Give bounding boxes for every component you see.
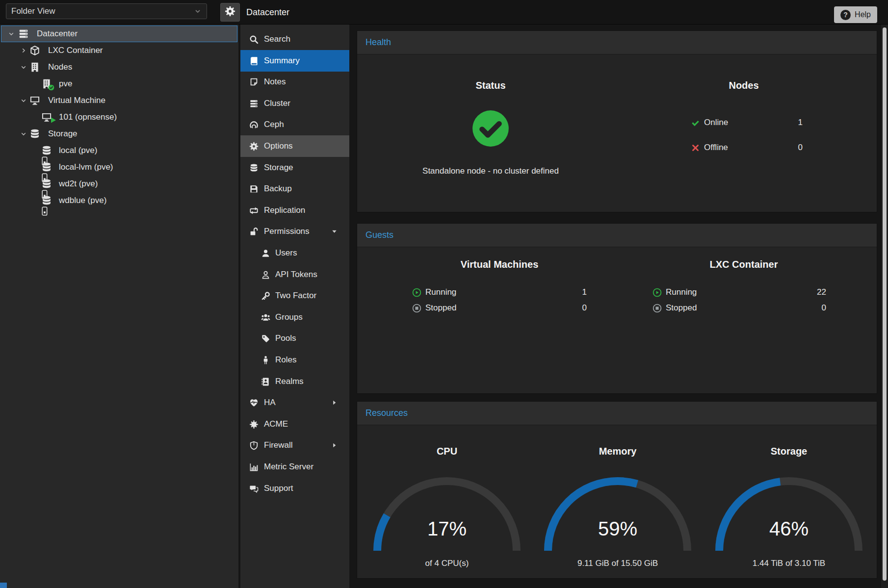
gauge-title: Memory bbox=[544, 446, 691, 457]
tree-item-wdblue-pve[interactable]: wdblue (pve) bbox=[1, 192, 237, 209]
tree-item-storage[interactable]: Storage bbox=[1, 126, 237, 142]
menu-item-notes[interactable]: Notes bbox=[240, 71, 349, 93]
cross-icon bbox=[691, 143, 700, 153]
resources-panel-title: Resources bbox=[366, 408, 408, 418]
menu-item-realms[interactable]: Realms bbox=[240, 371, 349, 392]
help-button[interactable]: ? Help bbox=[834, 6, 877, 23]
guest-status-value: 0 bbox=[822, 303, 826, 313]
guest-status-row-lxc-container-running: Running22 bbox=[653, 287, 826, 297]
search-icon bbox=[248, 34, 259, 44]
expand-chevron-icon[interactable] bbox=[20, 47, 27, 54]
guest-status-label: Running bbox=[666, 287, 697, 297]
gauge-arc bbox=[544, 477, 691, 555]
menu-item-api-tokens[interactable]: API Tokens bbox=[240, 264, 349, 285]
menu-item-permissions[interactable]: Permissions bbox=[240, 221, 349, 242]
menu-item-acme[interactable]: ACME bbox=[240, 413, 349, 435]
tree-item-lxc-container[interactable]: LXC Container bbox=[1, 42, 237, 59]
menu-item-metric-server[interactable]: Metric Server bbox=[240, 456, 349, 478]
tree-item-local-pve[interactable]: local (pve) bbox=[1, 142, 237, 159]
menu-item-replication[interactable]: Replication bbox=[240, 200, 349, 221]
bottom-left-accent bbox=[0, 583, 7, 588]
database-icon bbox=[29, 128, 44, 139]
menu-item-label: Two Factor bbox=[275, 291, 316, 301]
menu-item-label: HA bbox=[264, 398, 276, 408]
menu-item-roles[interactable]: Roles bbox=[240, 349, 349, 371]
tree-item-label: 101 (opnsense) bbox=[59, 112, 117, 122]
menu-item-cluster[interactable]: Cluster bbox=[240, 93, 349, 114]
menu-item-options[interactable]: Options bbox=[240, 135, 349, 157]
gear-icon bbox=[248, 141, 259, 151]
menu-item-search[interactable]: Search bbox=[240, 28, 349, 50]
menu-item-support[interactable]: Support bbox=[240, 478, 349, 499]
chart-icon bbox=[248, 462, 259, 472]
health-panel-body: Status Standalone node - no cluster defi… bbox=[357, 54, 877, 212]
guest-status-value: 0 bbox=[582, 303, 587, 313]
desktop-icon bbox=[29, 95, 44, 106]
menu-item-ceph[interactable]: Ceph bbox=[240, 114, 349, 135]
menu-item-summary[interactable]: Summary bbox=[240, 50, 349, 72]
collapse-chevron-icon[interactable] bbox=[20, 97, 27, 104]
resources-panel-header: Resources bbox=[357, 402, 877, 425]
menu-item-label: Notes bbox=[264, 77, 286, 87]
menu-item-groups[interactable]: Groups bbox=[240, 307, 349, 328]
gauge-memory: Memory59%9.11 GiB of 15.50 GiB bbox=[544, 425, 691, 579]
menu-item-pools[interactable]: Pools bbox=[240, 328, 349, 349]
menu-item-label: Realms bbox=[275, 377, 304, 386]
menu-panel-title: Datacenter bbox=[246, 0, 289, 25]
status-column-title: Status bbox=[392, 80, 589, 91]
datacenter-menu: SearchSummaryNotesClusterCephOptionsStor… bbox=[240, 25, 349, 588]
status-ok-icon bbox=[470, 108, 511, 149]
menu-item-storage[interactable]: Storage bbox=[240, 157, 349, 179]
gear-icon bbox=[225, 6, 235, 19]
guests-panel: Guests Virtual MachinesRunning1Stopped0L… bbox=[357, 223, 877, 394]
menu-item-label: Support bbox=[264, 484, 293, 493]
gauge-detail: 9.11 GiB of 15.50 GiB bbox=[544, 559, 691, 568]
storage-drive-icon bbox=[41, 162, 56, 173]
tree-item-local-lvm-pve[interactable]: local-lvm (pve) bbox=[1, 159, 237, 176]
tree-item-101-opnsense[interactable]: 101 (opnsense) bbox=[1, 109, 237, 126]
collapse-chevron-icon[interactable] bbox=[20, 63, 27, 71]
unlock-icon bbox=[248, 227, 259, 236]
arrow-right-icon bbox=[331, 442, 340, 449]
menu-item-label: Storage bbox=[264, 163, 293, 173]
view-selector[interactable]: Folder View bbox=[6, 3, 207, 19]
tree-item-datacenter[interactable]: Datacenter bbox=[1, 26, 237, 42]
tree-item-label: local (pve) bbox=[59, 146, 97, 155]
menu-item-label: Roles bbox=[275, 355, 296, 365]
cube-icon bbox=[29, 45, 44, 56]
menu-item-firewall[interactable]: Firewall bbox=[240, 435, 349, 456]
tree-item-label: Datacenter bbox=[37, 29, 78, 39]
collapse-chevron-icon[interactable] bbox=[20, 130, 27, 138]
menu-item-users[interactable]: Users bbox=[240, 242, 349, 264]
tree-item-wd2t-pve[interactable]: wd2t (pve) bbox=[1, 176, 237, 192]
gauge-title: Storage bbox=[715, 446, 862, 457]
tag-icon bbox=[260, 333, 271, 343]
menu-item-label: Metric Server bbox=[264, 462, 313, 472]
tree-item-pve[interactable]: pve bbox=[1, 76, 237, 92]
tree-item-label: wd2t (pve) bbox=[59, 179, 98, 189]
menu-item-label: Replication bbox=[264, 205, 305, 215]
scrollbar-thumb[interactable] bbox=[883, 27, 887, 581]
guests-panel-title: Guests bbox=[366, 230, 393, 240]
guest-status-row-lxc-container-stopped: Stopped0 bbox=[653, 303, 826, 313]
stop-circle-icon bbox=[653, 304, 662, 313]
node-status-row-offline: Offline0 bbox=[691, 143, 803, 153]
tree-item-nodes[interactable]: Nodes bbox=[1, 59, 237, 76]
node-status-label: Online bbox=[704, 118, 728, 128]
menu-item-backup[interactable]: Backup bbox=[240, 178, 349, 200]
gauge-arc bbox=[715, 477, 862, 555]
question-circle-icon: ? bbox=[840, 10, 851, 20]
collapse-chevron-icon[interactable] bbox=[7, 30, 15, 38]
menu-item-ha[interactable]: HA bbox=[240, 392, 349, 413]
tree-settings-button[interactable] bbox=[220, 3, 240, 22]
view-selector-value: Folder View bbox=[11, 6, 55, 16]
menu-item-label: API Tokens bbox=[275, 270, 317, 280]
resources-panel-body: CPU17%of 4 CPU(s)Memory59%9.11 GiB of 15… bbox=[357, 425, 877, 579]
guests-column-title: Virtual Machines bbox=[401, 259, 598, 270]
gauge-arc bbox=[373, 477, 521, 555]
tree-item-virtual-machine[interactable]: Virtual Machine bbox=[1, 92, 237, 109]
address-book-icon bbox=[260, 377, 271, 386]
node-status-row-online: Online1 bbox=[691, 118, 803, 128]
menu-item-two-factor[interactable]: Two Factor bbox=[240, 285, 349, 307]
building-icon bbox=[29, 62, 44, 73]
